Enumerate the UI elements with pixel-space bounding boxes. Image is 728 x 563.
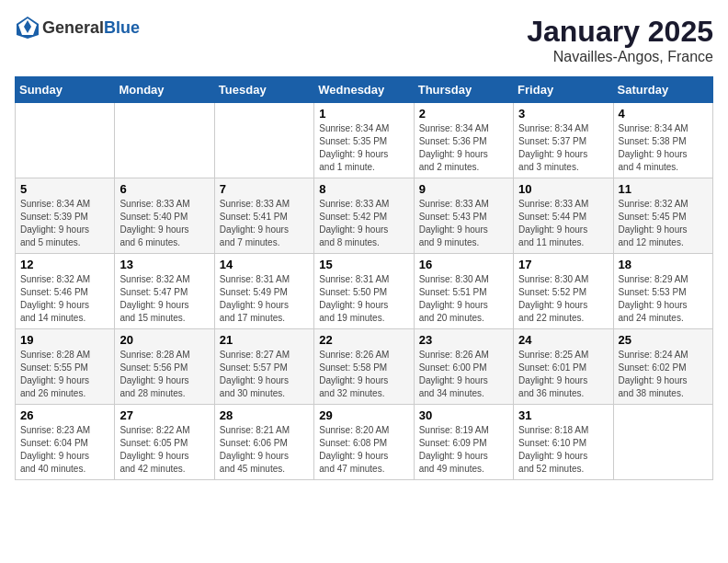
day-info: Sunrise: 8:26 AM Sunset: 6:00 PM Dayligh… [419,349,508,400]
day-info: Sunrise: 8:33 AM Sunset: 5:44 PM Dayligh… [518,198,608,249]
day-info: Sunrise: 8:33 AM Sunset: 5:40 PM Dayligh… [119,198,209,249]
day-info: Sunrise: 8:18 AM Sunset: 6:10 PM Dayligh… [518,424,608,476]
day-info: Sunrise: 8:23 AM Sunset: 6:04 PM Dayligh… [20,424,109,476]
day-number: 29 [319,408,408,422]
calendar-cell: 23Sunrise: 8:26 AM Sunset: 6:00 PM Dayli… [414,329,513,405]
day-info: Sunrise: 8:28 AM Sunset: 5:55 PM Dayligh… [20,349,109,400]
day-number: 25 [619,333,708,347]
day-number: 5 [20,182,109,196]
week-row-5: 26Sunrise: 8:23 AM Sunset: 6:04 PM Dayli… [16,405,713,480]
calendar-cell: 22Sunrise: 8:26 AM Sunset: 5:58 PM Dayli… [314,329,414,405]
day-info: Sunrise: 8:20 AM Sunset: 6:08 PM Dayligh… [319,424,408,476]
weekday-header-thursday: Thursday [414,77,513,103]
calendar-cell: 16Sunrise: 8:30 AM Sunset: 5:51 PM Dayli… [414,254,513,329]
calendar-cell: 20Sunrise: 8:28 AM Sunset: 5:56 PM Dayli… [115,329,214,405]
day-info: Sunrise: 8:19 AM Sunset: 6:09 PM Dayligh… [419,424,508,476]
day-info: Sunrise: 8:26 AM Sunset: 5:58 PM Dayligh… [319,349,408,400]
day-number: 23 [419,333,508,347]
day-number: 22 [319,333,408,347]
day-number: 24 [518,333,608,347]
day-info: Sunrise: 8:32 AM Sunset: 5:46 PM Dayligh… [20,273,109,325]
day-number: 2 [419,107,508,121]
day-number: 1 [319,107,408,121]
calendar-cell: 28Sunrise: 8:21 AM Sunset: 6:06 PM Dayli… [214,405,313,480]
day-info: Sunrise: 8:22 AM Sunset: 6:05 PM Dayligh… [119,424,209,476]
day-info: Sunrise: 8:21 AM Sunset: 6:06 PM Dayligh… [220,424,309,476]
day-number: 8 [319,182,408,196]
day-number: 4 [619,107,708,121]
day-number: 12 [20,258,109,271]
day-info: Sunrise: 8:33 AM Sunset: 5:43 PM Dayligh… [419,198,508,249]
week-row-4: 19Sunrise: 8:28 AM Sunset: 5:55 PM Dayli… [16,329,713,405]
day-number: 20 [119,333,209,347]
day-number: 27 [119,408,209,422]
day-info: Sunrise: 8:27 AM Sunset: 5:57 PM Dayligh… [220,349,309,400]
day-number: 30 [419,408,508,422]
day-number: 6 [119,182,209,196]
day-info: Sunrise: 8:30 AM Sunset: 5:51 PM Dayligh… [419,273,508,325]
calendar-cell: 19Sunrise: 8:28 AM Sunset: 5:55 PM Dayli… [16,329,115,405]
day-number: 31 [518,408,608,422]
day-info: Sunrise: 8:31 AM Sunset: 5:50 PM Dayligh… [319,273,408,325]
calendar-cell: 30Sunrise: 8:19 AM Sunset: 6:09 PM Dayli… [414,405,513,480]
day-info: Sunrise: 8:34 AM Sunset: 5:38 PM Dayligh… [619,122,708,174]
day-info: Sunrise: 8:32 AM Sunset: 5:45 PM Dayligh… [619,198,708,249]
calendar-cell: 27Sunrise: 8:22 AM Sunset: 6:05 PM Dayli… [115,405,214,480]
calendar-cell [214,103,313,178]
month-title: January 2025 [527,15,713,49]
calendar-cell: 12Sunrise: 8:32 AM Sunset: 5:46 PM Dayli… [16,254,115,329]
calendar-cell: 6Sunrise: 8:33 AM Sunset: 5:40 PM Daylig… [115,178,214,254]
week-row-3: 12Sunrise: 8:32 AM Sunset: 5:46 PM Dayli… [16,254,713,329]
weekday-header-saturday: Saturday [613,77,712,103]
day-number: 13 [119,258,209,271]
location-title: Navailles-Angos, France [527,49,713,65]
logo: GeneralBlue [15,15,140,40]
calendar-cell: 8Sunrise: 8:33 AM Sunset: 5:42 PM Daylig… [314,178,414,254]
calendar-cell: 21Sunrise: 8:27 AM Sunset: 5:57 PM Dayli… [214,329,313,405]
day-number: 18 [619,258,708,271]
calendar-cell [115,103,214,178]
calendar-cell: 5Sunrise: 8:34 AM Sunset: 5:39 PM Daylig… [16,178,115,254]
day-info: Sunrise: 8:29 AM Sunset: 5:53 PM Dayligh… [619,273,708,325]
weekday-header-row: SundayMondayTuesdayWednesdayThursdayFrid… [16,77,713,103]
calendar-cell: 11Sunrise: 8:32 AM Sunset: 5:45 PM Dayli… [613,178,712,254]
day-info: Sunrise: 8:31 AM Sunset: 5:49 PM Dayligh… [220,273,309,325]
page-header: GeneralBlue January 2025 Navailles-Angos… [15,15,713,65]
day-number: 15 [319,258,408,271]
day-info: Sunrise: 8:33 AM Sunset: 5:42 PM Dayligh… [319,198,408,249]
calendar-cell: 15Sunrise: 8:31 AM Sunset: 5:50 PM Dayli… [314,254,414,329]
day-number: 28 [220,408,309,422]
day-number: 3 [518,107,608,121]
calendar-cell [16,103,115,178]
calendar-cell: 24Sunrise: 8:25 AM Sunset: 6:01 PM Dayli… [514,329,613,405]
title-block: January 2025 Navailles-Angos, France [527,15,713,65]
day-number: 11 [619,182,708,196]
day-number: 16 [419,258,508,271]
calendar-cell: 2Sunrise: 8:34 AM Sunset: 5:36 PM Daylig… [414,103,513,178]
weekday-header-sunday: Sunday [16,77,115,103]
calendar-cell: 4Sunrise: 8:34 AM Sunset: 5:38 PM Daylig… [613,103,712,178]
calendar-cell: 13Sunrise: 8:32 AM Sunset: 5:47 PM Dayli… [115,254,214,329]
calendar-cell: 10Sunrise: 8:33 AM Sunset: 5:44 PM Dayli… [514,178,613,254]
calendar-cell: 18Sunrise: 8:29 AM Sunset: 5:53 PM Dayli… [613,254,712,329]
day-info: Sunrise: 8:34 AM Sunset: 5:39 PM Dayligh… [20,198,109,249]
day-info: Sunrise: 8:32 AM Sunset: 5:47 PM Dayligh… [119,273,209,325]
day-number: 17 [518,258,608,271]
calendar-cell: 25Sunrise: 8:24 AM Sunset: 6:02 PM Dayli… [613,329,712,405]
calendar-cell: 7Sunrise: 8:33 AM Sunset: 5:41 PM Daylig… [214,178,313,254]
weekday-header-monday: Monday [115,77,214,103]
calendar-cell: 29Sunrise: 8:20 AM Sunset: 6:08 PM Dayli… [314,405,414,480]
day-info: Sunrise: 8:24 AM Sunset: 6:02 PM Dayligh… [619,349,708,400]
day-info: Sunrise: 8:34 AM Sunset: 5:36 PM Dayligh… [419,122,508,174]
day-info: Sunrise: 8:34 AM Sunset: 5:35 PM Dayligh… [319,122,408,174]
day-number: 10 [518,182,608,196]
day-number: 9 [419,182,508,196]
calendar-cell: 26Sunrise: 8:23 AM Sunset: 6:04 PM Dayli… [16,405,115,480]
weekday-header-tuesday: Tuesday [214,77,313,103]
day-info: Sunrise: 8:34 AM Sunset: 5:37 PM Dayligh… [518,122,608,174]
weekday-header-friday: Friday [514,77,613,103]
week-row-2: 5Sunrise: 8:34 AM Sunset: 5:39 PM Daylig… [16,178,713,254]
weekday-header-wednesday: Wednesday [314,77,414,103]
day-info: Sunrise: 8:25 AM Sunset: 6:01 PM Dayligh… [518,349,608,400]
logo-blue: Blue [104,18,140,37]
